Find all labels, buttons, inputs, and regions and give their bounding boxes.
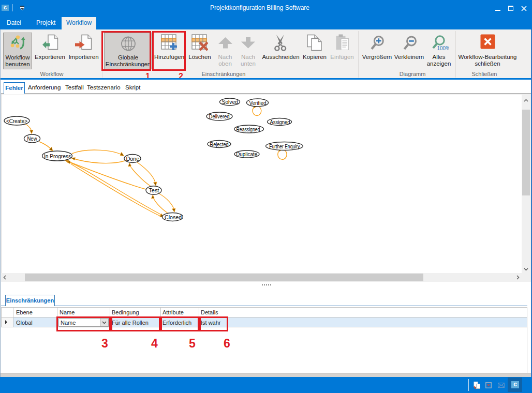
svg-text:New: New bbox=[27, 135, 37, 142]
svg-text:Done: Done bbox=[126, 156, 139, 162]
svg-text:Assigned: Assigned bbox=[270, 119, 290, 125]
svg-text:100%: 100% bbox=[437, 46, 450, 51]
svg-text:Test: Test bbox=[149, 187, 159, 193]
svg-text:Rejected: Rejected bbox=[210, 141, 229, 147]
svg-text:Delivered: Delivered bbox=[209, 113, 230, 119]
svg-text:Reassigned: Reassigned bbox=[237, 126, 260, 132]
svg-text:In Progress: In Progress bbox=[44, 153, 71, 159]
svg-text:Duplicate: Duplicate bbox=[236, 151, 257, 157]
svg-text:Closed: Closed bbox=[165, 214, 182, 220]
svg-text:Verified: Verified bbox=[249, 100, 267, 106]
svg-text:<Create>: <Create> bbox=[6, 118, 27, 124]
svg-text:Further Enquiry: Further Enquiry bbox=[269, 143, 300, 149]
svg-text:Solved: Solved bbox=[222, 99, 238, 105]
